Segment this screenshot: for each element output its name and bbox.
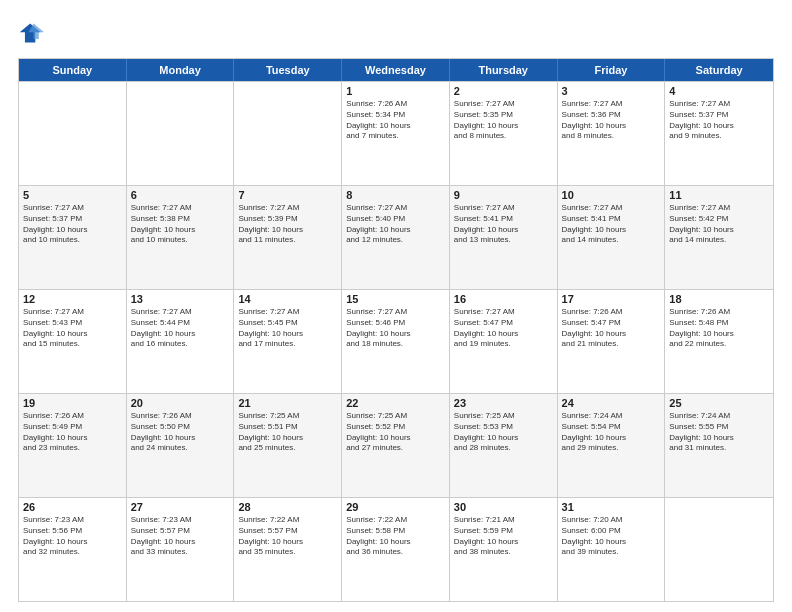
day-info-line: Daylight: 10 hours — [346, 537, 445, 548]
day-info-line: Sunrise: 7:27 AM — [454, 307, 553, 318]
day-info-line: Sunset: 5:47 PM — [562, 318, 661, 329]
calendar-cell: 12Sunrise: 7:27 AMSunset: 5:43 PMDayligh… — [19, 290, 127, 393]
day-info-line: Sunset: 5:37 PM — [23, 214, 122, 225]
calendar-week-4: 19Sunrise: 7:26 AMSunset: 5:49 PMDayligh… — [19, 393, 773, 497]
day-number: 9 — [454, 189, 553, 201]
day-info-line: and 7 minutes. — [346, 131, 445, 142]
day-number: 14 — [238, 293, 337, 305]
day-number: 26 — [23, 501, 122, 513]
calendar-cell: 30Sunrise: 7:21 AMSunset: 5:59 PMDayligh… — [450, 498, 558, 601]
day-info-line: Daylight: 10 hours — [454, 225, 553, 236]
day-info-line: Daylight: 10 hours — [346, 121, 445, 132]
calendar-cell: 28Sunrise: 7:22 AMSunset: 5:57 PMDayligh… — [234, 498, 342, 601]
calendar-weekday-thursday: Thursday — [450, 59, 558, 81]
calendar-cell: 7Sunrise: 7:27 AMSunset: 5:39 PMDaylight… — [234, 186, 342, 289]
day-info-line: Daylight: 10 hours — [131, 329, 230, 340]
day-info-line: Sunrise: 7:25 AM — [346, 411, 445, 422]
calendar-cell: 27Sunrise: 7:23 AMSunset: 5:57 PMDayligh… — [127, 498, 235, 601]
header — [18, 18, 774, 48]
calendar-header-row: SundayMondayTuesdayWednesdayThursdayFrid… — [19, 59, 773, 81]
day-info-line: and 39 minutes. — [562, 547, 661, 558]
page: SundayMondayTuesdayWednesdayThursdayFrid… — [0, 0, 792, 612]
day-info-line: and 21 minutes. — [562, 339, 661, 350]
day-number: 5 — [23, 189, 122, 201]
calendar-cell — [19, 82, 127, 185]
day-info-line: Sunrise: 7:26 AM — [562, 307, 661, 318]
day-info-line: and 23 minutes. — [23, 443, 122, 454]
day-info-line: and 32 minutes. — [23, 547, 122, 558]
day-info-line: Sunset: 5:53 PM — [454, 422, 553, 433]
day-info-line: Sunrise: 7:22 AM — [238, 515, 337, 526]
calendar-cell: 11Sunrise: 7:27 AMSunset: 5:42 PMDayligh… — [665, 186, 773, 289]
day-number: 27 — [131, 501, 230, 513]
day-info-line: Sunrise: 7:25 AM — [238, 411, 337, 422]
day-info-line: Daylight: 10 hours — [131, 225, 230, 236]
day-info-line: Sunrise: 7:27 AM — [669, 99, 769, 110]
day-info-line: Sunrise: 7:27 AM — [346, 203, 445, 214]
day-info-line: Sunrise: 7:27 AM — [131, 203, 230, 214]
calendar-weekday-sunday: Sunday — [19, 59, 127, 81]
calendar-cell: 31Sunrise: 7:20 AMSunset: 6:00 PMDayligh… — [558, 498, 666, 601]
calendar-cell: 5Sunrise: 7:27 AMSunset: 5:37 PMDaylight… — [19, 186, 127, 289]
day-info-line: Daylight: 10 hours — [23, 433, 122, 444]
day-info-line: Sunrise: 7:22 AM — [346, 515, 445, 526]
day-info-line: Sunset: 5:36 PM — [562, 110, 661, 121]
calendar-week-5: 26Sunrise: 7:23 AMSunset: 5:56 PMDayligh… — [19, 497, 773, 601]
day-info-line: Sunset: 5:52 PM — [346, 422, 445, 433]
day-number: 17 — [562, 293, 661, 305]
day-info-line: Daylight: 10 hours — [131, 537, 230, 548]
day-info-line: Sunrise: 7:20 AM — [562, 515, 661, 526]
day-info-line: Sunrise: 7:27 AM — [562, 99, 661, 110]
day-info-line: and 9 minutes. — [669, 131, 769, 142]
day-info-line: and 31 minutes. — [669, 443, 769, 454]
day-info-line: Sunrise: 7:25 AM — [454, 411, 553, 422]
day-info-line: Daylight: 10 hours — [238, 433, 337, 444]
day-info-line: Sunrise: 7:27 AM — [562, 203, 661, 214]
day-info-line: Sunrise: 7:23 AM — [23, 515, 122, 526]
calendar-cell: 1Sunrise: 7:26 AMSunset: 5:34 PMDaylight… — [342, 82, 450, 185]
calendar-cell: 10Sunrise: 7:27 AMSunset: 5:41 PMDayligh… — [558, 186, 666, 289]
calendar-cell: 17Sunrise: 7:26 AMSunset: 5:47 PMDayligh… — [558, 290, 666, 393]
calendar-week-1: 1Sunrise: 7:26 AMSunset: 5:34 PMDaylight… — [19, 81, 773, 185]
day-info-line: Daylight: 10 hours — [23, 537, 122, 548]
day-info-line: Sunrise: 7:24 AM — [562, 411, 661, 422]
day-info-line: and 15 minutes. — [23, 339, 122, 350]
day-info-line: Sunset: 5:48 PM — [669, 318, 769, 329]
day-info-line: Sunset: 5:42 PM — [669, 214, 769, 225]
day-info-line: Sunset: 5:34 PM — [346, 110, 445, 121]
calendar-cell: 19Sunrise: 7:26 AMSunset: 5:49 PMDayligh… — [19, 394, 127, 497]
calendar-weekday-saturday: Saturday — [665, 59, 773, 81]
calendar-cell: 22Sunrise: 7:25 AMSunset: 5:52 PMDayligh… — [342, 394, 450, 497]
day-number: 2 — [454, 85, 553, 97]
calendar-cell — [127, 82, 235, 185]
calendar-cell: 24Sunrise: 7:24 AMSunset: 5:54 PMDayligh… — [558, 394, 666, 497]
day-info-line: Daylight: 10 hours — [23, 329, 122, 340]
day-info-line: and 38 minutes. — [454, 547, 553, 558]
day-number: 25 — [669, 397, 769, 409]
day-info-line: Sunset: 5:37 PM — [669, 110, 769, 121]
day-info-line: and 8 minutes. — [454, 131, 553, 142]
day-info-line: Sunset: 5:44 PM — [131, 318, 230, 329]
day-info-line: Daylight: 10 hours — [346, 433, 445, 444]
day-info-line: Daylight: 10 hours — [562, 225, 661, 236]
day-info-line: Sunset: 5:49 PM — [23, 422, 122, 433]
day-info-line: Sunrise: 7:24 AM — [669, 411, 769, 422]
day-info-line: Sunset: 5:56 PM — [23, 526, 122, 537]
day-info-line: Sunrise: 7:26 AM — [23, 411, 122, 422]
day-number: 31 — [562, 501, 661, 513]
day-info-line: Daylight: 10 hours — [238, 225, 337, 236]
calendar-week-3: 12Sunrise: 7:27 AMSunset: 5:43 PMDayligh… — [19, 289, 773, 393]
day-number: 12 — [23, 293, 122, 305]
calendar-cell: 4Sunrise: 7:27 AMSunset: 5:37 PMDaylight… — [665, 82, 773, 185]
day-info-line: Daylight: 10 hours — [131, 433, 230, 444]
day-info-line: Daylight: 10 hours — [346, 329, 445, 340]
calendar-cell: 16Sunrise: 7:27 AMSunset: 5:47 PMDayligh… — [450, 290, 558, 393]
day-number: 28 — [238, 501, 337, 513]
day-info-line: and 24 minutes. — [131, 443, 230, 454]
day-info-line: Daylight: 10 hours — [669, 121, 769, 132]
day-info-line: and 11 minutes. — [238, 235, 337, 246]
day-info-line: and 8 minutes. — [562, 131, 661, 142]
logo — [18, 22, 48, 48]
day-info-line: Daylight: 10 hours — [454, 433, 553, 444]
day-info-line: Sunset: 5:55 PM — [669, 422, 769, 433]
